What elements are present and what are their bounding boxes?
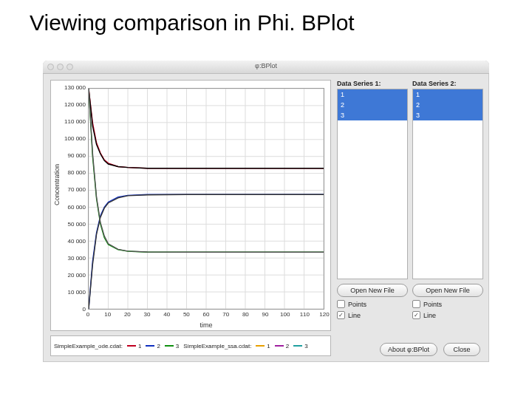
points-checkbox[interactable] [412, 300, 420, 308]
y-tick: 30 000 [54, 255, 88, 262]
x-axis-label: time [88, 321, 324, 329]
window-title: φ:BPlot [43, 62, 489, 69]
line-checkbox[interactable] [337, 311, 345, 319]
checkbox-label: Points [348, 301, 366, 308]
y-tick: 130 000 [54, 84, 88, 91]
about-button[interactable]: About φ:BPlot [380, 343, 437, 356]
x-tick: 80 [242, 311, 249, 318]
list-item[interactable]: 3 [338, 110, 407, 120]
list-item[interactable]: 1 [338, 89, 407, 100]
open-new-file-button[interactable]: Open New File [412, 284, 483, 297]
y-tick: 50 000 [54, 221, 88, 228]
legend-swatch-3 [165, 345, 174, 347]
legend-swatch-4 [256, 345, 265, 347]
points-checkbox[interactable] [337, 300, 345, 308]
window-content: Concentration time 010 00020 00030 00040… [43, 74, 489, 362]
app-window: φ:BPlot Concentration time 010 00020 000… [43, 61, 489, 362]
checkbox-label: Line [423, 312, 436, 319]
x-tick: 120 [319, 311, 329, 318]
plot-svg [89, 89, 324, 309]
y-tick: 120 000 [54, 101, 88, 108]
legend-file-2: SimpleExample_ssa.cdat: [183, 343, 251, 349]
y-tick: 20 000 [54, 272, 88, 279]
x-tick: 30 [144, 311, 151, 318]
checkbox-label: Line [348, 312, 361, 319]
x-tick: 50 [183, 311, 190, 318]
x-tick: 70 [222, 311, 229, 318]
list-item[interactable]: 3 [413, 110, 482, 120]
legend-label: 1 [138, 343, 141, 349]
legend-box: SimpleExample_ode.cdat: 1 2 3 SimpleExam… [50, 335, 331, 356]
list-item[interactable]: 2 [413, 100, 482, 110]
legend-swatch-1 [127, 345, 136, 347]
open-new-file-button[interactable]: Open New File [337, 284, 408, 297]
series-list-2[interactable]: 1 2 3 [412, 89, 483, 279]
plot-frame: Concentration time 010 00020 00030 00040… [50, 80, 331, 331]
y-tick: 10 000 [54, 289, 88, 296]
x-tick: 0 [86, 311, 89, 318]
slide-title: Viewing comparison in Phi. BPlot [0, 0, 532, 35]
close-button[interactable]: Close [443, 343, 480, 356]
legend-label: 2 [157, 343, 160, 349]
legend-label: 1 [267, 343, 270, 349]
legend-swatch-2 [146, 345, 154, 347]
panel-header: Data Series 2: [412, 80, 483, 87]
x-tick: 100 [280, 311, 290, 318]
legend-file-1: SimpleExample_ode.cdat: [54, 343, 123, 349]
legend-swatch-6 [293, 345, 302, 347]
legend-swatch-5 [275, 345, 284, 347]
y-tick: 40 000 [54, 238, 88, 245]
y-tick: 0 [54, 306, 88, 313]
y-tick: 100 000 [54, 135, 88, 142]
x-tick: 20 [124, 311, 131, 318]
data-series-2-panel: Data Series 2: 1 2 3 Open New File Point… [412, 80, 483, 319]
plot-area [88, 88, 324, 310]
y-tick: 80 000 [54, 169, 88, 176]
x-tick: 40 [163, 311, 170, 318]
line-checkbox[interactable] [412, 311, 420, 319]
window-titlebar: φ:BPlot [43, 61, 489, 74]
data-series-1-panel: Data Series 1: 1 2 3 Open New File Point… [337, 80, 408, 319]
x-tick: 10 [104, 311, 111, 318]
x-tick: 90 [262, 311, 269, 318]
x-tick: 60 [203, 311, 210, 318]
panel-header: Data Series 1: [337, 80, 408, 87]
y-tick: 90 000 [54, 152, 88, 159]
y-tick: 110 000 [54, 118, 88, 125]
footer-buttons: About φ:BPlot Close [380, 338, 480, 356]
legend-label: 2 [286, 343, 289, 349]
y-tick: 60 000 [54, 204, 88, 211]
list-item[interactable]: 1 [413, 89, 482, 100]
legend-label: 3 [304, 343, 307, 349]
legend-label: 3 [176, 343, 179, 349]
list-item[interactable]: 2 [338, 100, 407, 110]
checkbox-label: Points [423, 301, 442, 308]
x-tick: 110 [300, 311, 310, 318]
y-tick: 70 000 [54, 186, 88, 193]
series-list-1[interactable]: 1 2 3 [337, 89, 408, 279]
